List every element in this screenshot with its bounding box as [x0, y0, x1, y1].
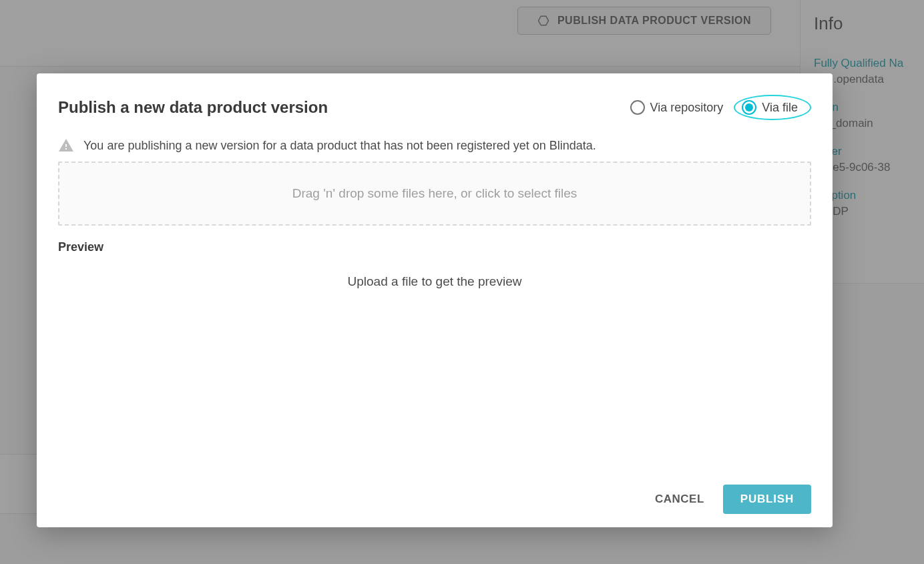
radio-via-repository[interactable]: Via repository [629, 97, 725, 117]
selected-highlight: Via file [734, 95, 811, 120]
publish-button[interactable]: PUBLISH [723, 485, 811, 514]
modal-title: Publish a new data product version [58, 98, 328, 117]
modal-actions: CANCEL PUBLISH [58, 471, 811, 514]
upload-mode-radio-group: Via repository Via file [629, 95, 811, 120]
radio-unchecked-icon [630, 100, 645, 115]
file-dropzone[interactable]: Drag 'n' drop some files here, or click … [58, 162, 811, 226]
radio-via-file[interactable]: Via file [742, 100, 798, 115]
modal-header: Publish a new data product version Via r… [58, 95, 811, 120]
radio-label: Via file [762, 101, 798, 115]
publish-modal: Publish a new data product version Via r… [37, 73, 833, 527]
warning-icon [58, 137, 74, 154]
cancel-button[interactable]: CANCEL [651, 486, 708, 513]
radio-label: Via repository [650, 101, 724, 115]
warning-text: You are publishing a new version for a d… [83, 139, 596, 153]
radio-checked-icon [742, 100, 756, 115]
preview-empty-message: Upload a file to get the preview [58, 274, 811, 289]
dropzone-text: Drag 'n' drop some files here, or click … [292, 186, 577, 201]
preview-heading: Preview [58, 240, 811, 254]
warning-row: You are publishing a new version for a d… [58, 137, 811, 154]
